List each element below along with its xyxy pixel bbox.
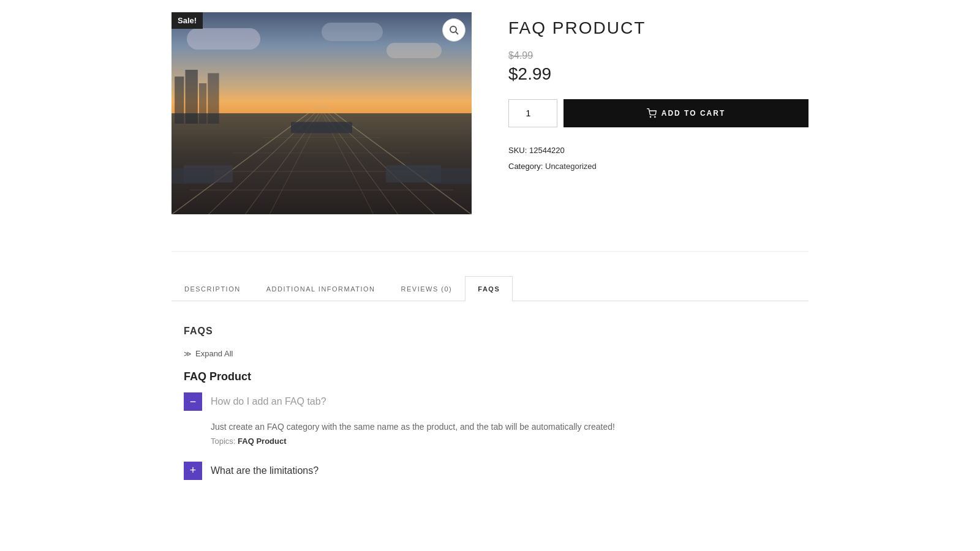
sku-row: SKU: 12544220: [508, 143, 809, 159]
svg-line-3: [322, 103, 472, 215]
faq-question-row-2: + What are the limitations?: [184, 462, 796, 480]
product-info: FAQ PRODUCT $4.99 $2.99 ADD TO CART SKU:…: [508, 12, 809, 214]
original-price: $4.99: [508, 50, 809, 61]
faq-category-title: FAQ Product: [184, 370, 796, 383]
product-image: [172, 12, 472, 214]
faq-item-1: − How do I add an FAQ tab? Just create a…: [184, 392, 796, 454]
tab-reviews[interactable]: REVIEWS (0): [388, 276, 466, 301]
product-meta: SKU: 12544220 Category: Uncategorized: [508, 143, 809, 174]
zoom-button[interactable]: [442, 18, 466, 42]
svg-point-24: [654, 116, 655, 117]
faqs-heading: FAQS: [184, 326, 796, 337]
faq-answer-1: Just create an FAQ category with the sam…: [211, 411, 796, 454]
tabs-nav: DESCRIPTION ADDITIONAL INFORMATION REVIE…: [172, 276, 809, 301]
category-label: Category:: [508, 162, 543, 171]
faq-answer-text-1: Just create an FAQ category with the sam…: [211, 420, 796, 435]
faq-topics-1: Topics: FAQ Product: [211, 435, 796, 448]
category-link[interactable]: Uncategorized: [545, 162, 597, 171]
svg-rect-21: [199, 83, 206, 124]
section-divider: [172, 251, 809, 252]
faq-toggle-1[interactable]: −: [184, 392, 202, 411]
tab-faqs[interactable]: FAQS: [465, 276, 513, 301]
quantity-input[interactable]: [508, 99, 557, 127]
tab-description[interactable]: DESCRIPTION: [172, 276, 254, 301]
faq-item-2: + What are the limitations?: [184, 462, 796, 480]
sku-label: SKU:: [508, 146, 527, 155]
zoom-icon: [449, 25, 459, 35]
page-wrapper: Sale!: [153, 0, 827, 517]
tab-additional-information[interactable]: ADDITIONAL INFORMATION: [254, 276, 388, 301]
svg-rect-18: [291, 122, 352, 133]
category-value: Uncategorized: [545, 162, 597, 171]
add-to-cart-row: ADD TO CART: [508, 99, 809, 127]
svg-point-0: [450, 26, 456, 32]
category-row: Category: Uncategorized: [508, 159, 809, 174]
topics-link-1[interactable]: FAQ Product: [238, 437, 286, 446]
expand-all-icon: ≫: [184, 350, 192, 358]
faqs-content: FAQS ≫ Expand All FAQ Product − How do I…: [172, 326, 809, 480]
svg-rect-19: [175, 77, 184, 124]
sale-badge: Sale!: [172, 12, 203, 29]
svg-line-1: [456, 32, 458, 34]
svg-point-23: [650, 116, 650, 117]
expand-all-button[interactable]: ≫ Expand All: [184, 349, 233, 358]
faq-question-2: What are the limitations?: [211, 465, 318, 476]
cart-icon: [647, 108, 657, 118]
svg-rect-20: [185, 70, 197, 124]
svg-rect-15: [172, 168, 214, 183]
faq-question-1: How do I add an FAQ tab?: [211, 396, 326, 407]
svg-rect-17: [429, 168, 472, 183]
add-to-cart-label: ADD TO CART: [662, 109, 725, 118]
faq-toggle-2[interactable]: +: [184, 462, 202, 480]
product-section: Sale!: [172, 12, 809, 214]
sku-value: 12544220: [529, 146, 565, 155]
expand-all-label: Expand All: [195, 349, 233, 358]
add-to-cart-button[interactable]: ADD TO CART: [564, 99, 809, 127]
svg-rect-22: [208, 73, 219, 124]
topics-label-1: Topics:: [211, 437, 235, 446]
product-title: FAQ PRODUCT: [508, 18, 809, 38]
tabs-section: DESCRIPTION ADDITIONAL INFORMATION REVIE…: [172, 276, 809, 480]
faq-question-row-1: − How do I add an FAQ tab?: [184, 392, 796, 411]
product-image-container: Sale!: [172, 12, 472, 214]
current-price: $2.99: [508, 64, 809, 84]
